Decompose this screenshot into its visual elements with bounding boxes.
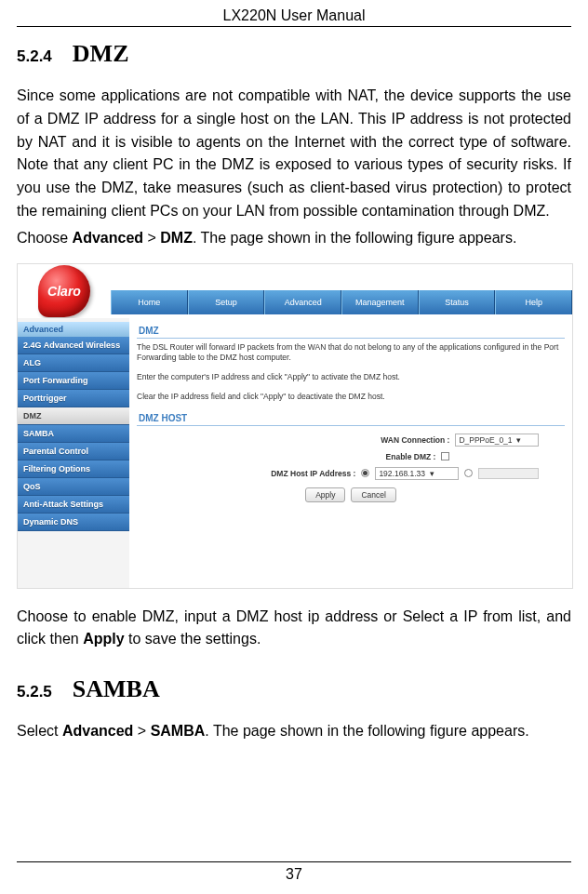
side-item-alg[interactable]: ALG <box>18 354 129 372</box>
section-heading-samba: 5.2.5 SAMBA <box>17 675 571 703</box>
section-number: 5.2.4 <box>17 47 52 66</box>
text: > <box>133 723 150 739</box>
samba-paragraph: Select Advanced > SAMBA. The page shown … <box>17 720 571 743</box>
text: Choose <box>17 230 73 246</box>
topnav-management[interactable]: Management <box>341 290 419 314</box>
side-item-parental[interactable]: Parental Control <box>18 443 129 460</box>
logo-area: Claro <box>18 264 111 318</box>
text-bold: DMZ <box>160 230 193 246</box>
topnav-status[interactable]: Status <box>419 290 496 314</box>
topnav-setup[interactable]: Setup <box>188 290 265 314</box>
side-item-portfwd[interactable]: Port Forwarding <box>18 372 129 390</box>
text: to save the settings. <box>125 631 261 647</box>
host-title: DMZ HOST <box>137 411 565 426</box>
wan-select[interactable]: D_PPPoE_0_1 ▾ <box>455 434 539 447</box>
ip-value: 192.168.1.33 <box>379 469 425 478</box>
ip-manual-input[interactable] <box>478 468 539 479</box>
ip-radio-manual[interactable] <box>464 469 473 477</box>
panel-text-3: Clear the IP address field and click "Ap… <box>137 392 565 402</box>
content-panel: DMZ The DSL Router will forward IP packe… <box>129 318 572 588</box>
text: . The page shown in the following figure… <box>205 723 528 739</box>
text: Select <box>17 723 62 739</box>
ip-label: DMZ Host IP Address : <box>271 469 355 478</box>
side-nav: Advanced 2.4G Advanced Wireless ALG Port… <box>18 318 129 588</box>
wan-label: WAN Connection : <box>381 435 449 445</box>
top-nav: Home Setup Advanced Management Status He… <box>111 264 572 318</box>
side-item-porttrigger[interactable]: Porttrigger <box>18 390 129 407</box>
section-heading-dmz: 5.2.4 DMZ <box>17 40 571 68</box>
side-nav-heading: Advanced <box>18 322 129 337</box>
topnav-help[interactable]: Help <box>495 290 572 314</box>
apply-button[interactable]: Apply <box>305 487 345 502</box>
topnav-advanced[interactable]: Advanced <box>264 290 341 314</box>
section-title: DMZ <box>73 40 129 68</box>
side-item-dmz[interactable]: DMZ <box>18 407 129 425</box>
text-bold: SAMBA <box>151 723 206 739</box>
text-bold: Advanced <box>73 230 143 246</box>
side-item-antiattack[interactable]: Anti-Attack Settings <box>18 496 129 514</box>
ip-radio-list[interactable] <box>361 469 369 477</box>
section-number: 5.2.5 <box>17 683 52 701</box>
claro-logo: Claro <box>38 265 90 317</box>
topnav-home[interactable]: Home <box>111 290 188 314</box>
page-number: 37 <box>17 861 571 883</box>
enable-label: Enable DMZ : <box>386 452 436 461</box>
side-item-filtering[interactable]: Filtering Options <box>18 460 129 478</box>
side-item-wireless[interactable]: 2.4G Advanced Wireless <box>18 337 129 354</box>
dmz-paragraph-2: Choose Advanced > DMZ. The page shown in… <box>17 227 571 250</box>
side-item-qos[interactable]: QoS <box>18 478 129 496</box>
text-bold: Advanced <box>62 723 133 739</box>
router-screenshot: Claro Home Setup Advanced Management Sta… <box>17 263 573 589</box>
section-title: SAMBA <box>73 675 160 703</box>
side-item-samba[interactable]: SAMBA <box>18 425 129 443</box>
panel-title: DMZ <box>137 324 565 339</box>
dmz-paragraph-3: Choose to enable DMZ, input a DMZ host i… <box>17 606 571 652</box>
side-item-ddns[interactable]: Dynamic DNS <box>18 514 129 531</box>
panel-text-1: The DSL Router will forward IP packets f… <box>137 342 565 363</box>
dmz-paragraph-1: Since some applications are not compatib… <box>17 85 571 223</box>
doc-title: LX220N User Manual <box>17 7 571 27</box>
panel-text-2: Enter the computer's IP address and clic… <box>137 372 565 382</box>
text: . The page shown in the following figure… <box>193 230 516 246</box>
cancel-button[interactable]: Cancel <box>351 487 395 502</box>
wan-value: D_PPPoE_0_1 <box>459 435 512 445</box>
ip-select[interactable]: 192.168.1.33 ▾ <box>375 467 459 480</box>
text: > <box>143 230 160 246</box>
text-bold: Apply <box>83 631 124 647</box>
enable-checkbox[interactable] <box>441 452 449 460</box>
